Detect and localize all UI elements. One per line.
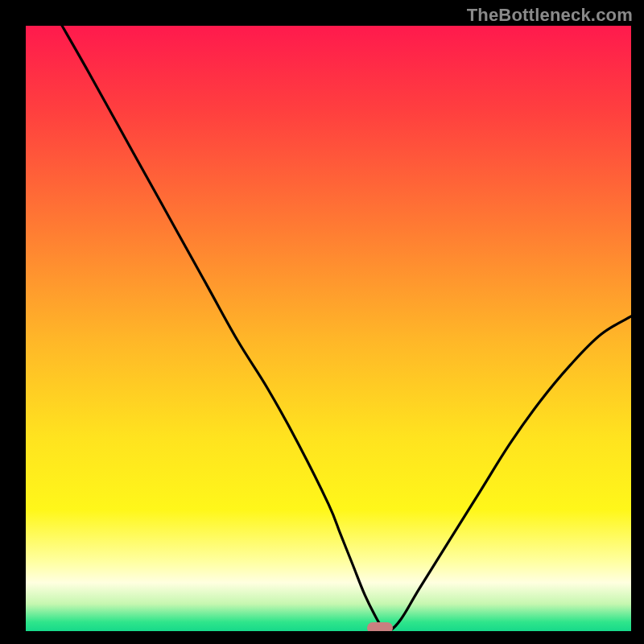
watermark-text: TheBottleneck.com [467, 5, 633, 26]
plot-area [26, 26, 631, 631]
bottleneck-curve [26, 26, 631, 631]
optimal-marker [367, 622, 393, 631]
chart-frame: { "watermark": "TheBottleneck.com", "col… [0, 0, 644, 644]
